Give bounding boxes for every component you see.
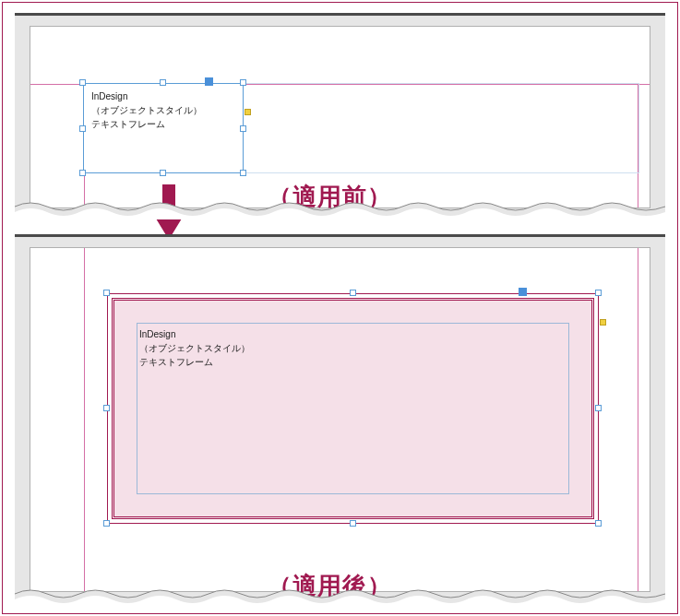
margin-guide-right [638,84,638,207]
text-line-1: InDesign [139,327,567,341]
handle-s[interactable] [350,520,356,527]
text-line-1: InDesign [91,89,235,103]
handle-ne[interactable] [240,79,246,86]
frame-stroke: InDesign （オブジェクトスタイル） テキストフレーム [112,298,594,519]
handle-se[interactable] [595,520,602,527]
handle-n[interactable] [350,290,356,296]
margin-guide-left [84,248,85,591]
arrow-down-icon [153,184,185,240]
handle-nw[interactable] [79,79,86,86]
text-line-3: テキストフレーム [91,117,235,131]
frame-text: InDesign （オブジェクトスタイル） テキストフレーム [84,84,243,136]
handle-reference-point[interactable] [519,288,527,296]
handle-s[interactable] [160,170,166,176]
caption-before: （適用前） [268,181,392,213]
handle-corner-options[interactable] [245,109,251,115]
caption-after: （適用後） [268,570,392,602]
text-line-2: （オブジェクトスタイル） [91,103,235,117]
margin-guide-right [638,248,638,591]
handle-n[interactable] [160,79,166,86]
text-line-2: （オブジェクトスタイル） [139,341,567,355]
handle-nw[interactable] [103,290,110,296]
text-frame-before[interactable]: InDesign （オブジェクトスタイル） テキストフレーム [83,83,244,173]
handle-e[interactable] [595,405,602,411]
handle-w[interactable] [79,125,86,132]
handle-ne[interactable] [595,290,602,296]
handle-sw[interactable] [79,170,86,176]
frame-inset-guide: InDesign （オブジェクトスタイル） テキストフレーム [137,323,569,494]
handle-sw[interactable] [103,520,110,527]
handle-w[interactable] [103,405,110,411]
text-line-3: テキストフレーム [139,355,567,369]
handle-e[interactable] [240,125,246,132]
text-frame-after[interactable]: InDesign （オブジェクトスタイル） テキストフレーム [107,293,599,524]
handle-se[interactable] [240,170,246,176]
handle-corner-options[interactable] [600,319,606,326]
handle-reference-point[interactable] [205,77,213,86]
frame-text: InDesign （オブジェクトスタイル） テキストフレーム [137,324,568,373]
